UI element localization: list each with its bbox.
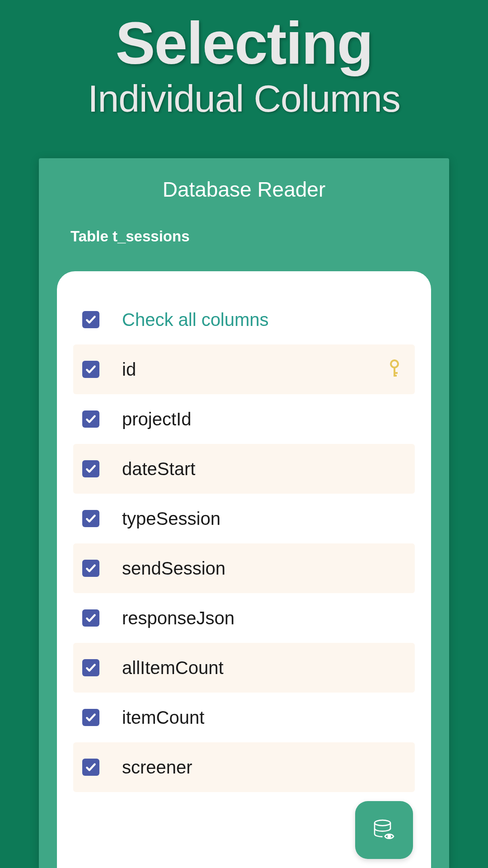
- column-row[interactable]: itemCount: [73, 693, 415, 742]
- app-panel: Database Reader Table t_sessions Check a…: [39, 158, 449, 868]
- column-checkbox[interactable]: [82, 560, 99, 577]
- column-row[interactable]: id: [73, 344, 415, 394]
- column-row[interactable]: projectId: [73, 394, 415, 444]
- check-all-checkbox[interactable]: [82, 311, 99, 328]
- column-row[interactable]: allItemCount: [73, 643, 415, 693]
- column-row[interactable]: screener: [73, 742, 415, 792]
- table-name-label: Table t_sessions: [39, 202, 449, 245]
- column-name-label: responseJson: [122, 608, 235, 628]
- column-name-label: allItemCount: [122, 658, 224, 678]
- column-checkbox[interactable]: [82, 759, 99, 776]
- view-database-button[interactable]: [355, 801, 413, 859]
- svg-rect-3: [394, 375, 397, 377]
- column-name-label: id: [122, 359, 136, 380]
- svg-rect-2: [394, 372, 398, 374]
- column-name-label: projectId: [122, 409, 191, 429]
- column-checkbox[interactable]: [82, 410, 99, 428]
- column-row[interactable]: dateStart: [73, 444, 415, 494]
- column-checkbox[interactable]: [82, 709, 99, 726]
- promo-header: Selecting Individual Columns: [0, 0, 488, 121]
- column-checkbox[interactable]: [82, 361, 99, 378]
- svg-point-0: [391, 360, 398, 368]
- column-name-label: sendSession: [122, 558, 225, 579]
- column-checkbox[interactable]: [82, 609, 99, 627]
- column-checkbox[interactable]: [82, 460, 99, 477]
- column-checkbox[interactable]: [82, 659, 99, 676]
- column-checkbox[interactable]: [82, 510, 99, 527]
- column-name-label: itemCount: [122, 708, 204, 728]
- check-all-row[interactable]: Check all columns: [73, 295, 415, 344]
- columns-card: Check all columns idprojectIddateStartty…: [57, 271, 431, 868]
- promo-title-main: Selecting: [0, 14, 488, 73]
- column-name-label: dateStart: [122, 459, 195, 479]
- svg-point-5: [388, 835, 390, 837]
- check-all-label: Check all columns: [122, 310, 269, 330]
- column-name-label: screener: [122, 757, 192, 778]
- column-name-label: typeSession: [122, 509, 221, 529]
- column-row[interactable]: typeSession: [73, 494, 415, 543]
- promo-title-sub: Individual Columns: [0, 77, 488, 121]
- primary-key-icon: [389, 359, 400, 379]
- svg-point-4: [375, 820, 390, 826]
- column-row[interactable]: sendSession: [73, 543, 415, 593]
- columns-list: idprojectIddateStarttypeSessionsendSessi…: [73, 344, 415, 792]
- key-icon: [389, 359, 400, 377]
- panel-title: Database Reader: [39, 158, 449, 202]
- database-eye-icon: [371, 817, 397, 843]
- column-row[interactable]: responseJson: [73, 593, 415, 643]
